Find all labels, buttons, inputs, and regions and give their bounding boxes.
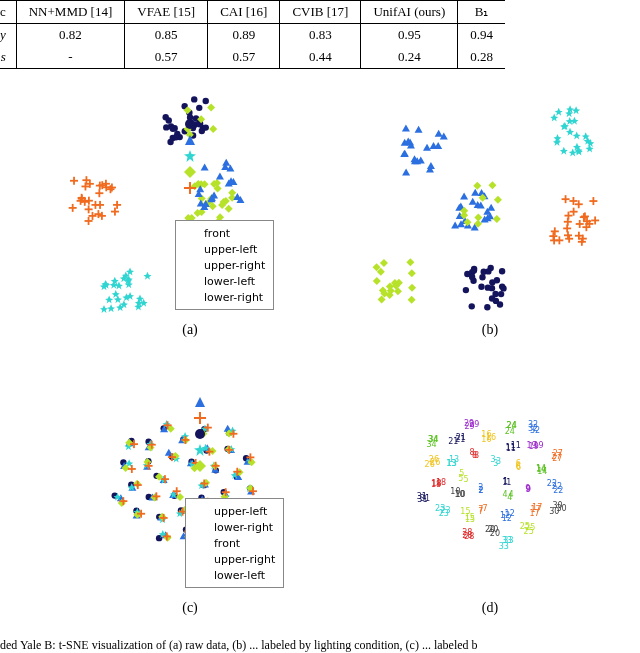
svg-rect-71 xyxy=(70,180,78,182)
svg-rect-377 xyxy=(222,491,230,493)
svg-rect-530 xyxy=(194,417,206,419)
svg-point-296 xyxy=(499,268,505,274)
svg-point-302 xyxy=(478,284,484,290)
svg-rect-43 xyxy=(81,186,89,188)
svg-rect-491 xyxy=(163,536,171,538)
svg-marker-161 xyxy=(423,144,431,151)
svg-marker-177 xyxy=(427,162,435,169)
scatter-panel-b: (b) xyxy=(355,90,625,320)
svg-text:34: 34 xyxy=(428,435,438,444)
svg-text:20: 20 xyxy=(488,525,498,534)
svg-rect-277 xyxy=(564,215,572,217)
svg-rect-53 xyxy=(106,188,114,190)
svg-point-281 xyxy=(469,303,475,309)
col-metric: ric xyxy=(0,1,16,24)
svg-text:7: 7 xyxy=(478,507,483,516)
scatter-panel-d: 1112223334445556667778889991010101111111… xyxy=(355,368,625,598)
svg-text:22: 22 xyxy=(547,479,557,488)
panel-label-a: (a) xyxy=(55,322,325,338)
svg-rect-261 xyxy=(583,220,591,222)
svg-point-12 xyxy=(167,139,173,145)
svg-text:1: 1 xyxy=(506,478,511,487)
svg-text:26: 26 xyxy=(430,458,440,467)
legend-item: lower-left xyxy=(204,275,255,288)
svg-marker-308 xyxy=(406,258,414,266)
svg-point-300 xyxy=(463,287,469,293)
svg-rect-235 xyxy=(551,230,559,232)
svg-marker-212 xyxy=(471,189,479,196)
svg-marker-198 xyxy=(555,108,563,116)
svg-marker-200 xyxy=(566,128,574,136)
legend-item: lower-right xyxy=(204,291,263,304)
svg-marker-149 xyxy=(105,296,113,304)
svg-text:24: 24 xyxy=(506,421,516,430)
legend-a: front upper-left upper-right lower-left … xyxy=(175,220,274,310)
svg-text:18: 18 xyxy=(432,479,442,488)
svg-marker-150 xyxy=(134,302,142,310)
svg-rect-413 xyxy=(160,517,168,519)
col-cai: CAI [16] xyxy=(208,1,280,24)
svg-marker-28 xyxy=(209,125,217,133)
svg-point-16 xyxy=(170,126,176,132)
results-table: ric NN+MMD [14] VFAE [15] CAI [16] CVIB … xyxy=(0,0,505,69)
svg-marker-213 xyxy=(469,198,477,205)
svg-rect-353 xyxy=(161,478,169,480)
svg-text:6: 6 xyxy=(516,462,521,471)
svg-rect-265 xyxy=(564,234,572,236)
col-vfae: VFAE [15] xyxy=(125,1,208,24)
legend-item: lower-left xyxy=(214,569,265,582)
svg-rect-79 xyxy=(96,204,104,206)
table-row: y 0.82 0.85 0.89 0.83 0.95 0.94 xyxy=(0,24,505,47)
svg-marker-155 xyxy=(185,135,195,145)
svg-rect-233 xyxy=(564,221,572,223)
col-b1: B₁ xyxy=(458,1,505,24)
svg-text:32: 32 xyxy=(528,420,538,429)
svg-point-27 xyxy=(173,134,179,140)
svg-text:13: 13 xyxy=(446,459,456,468)
panel-label-d: (d) xyxy=(355,600,625,616)
scatter-panel-c: upper-left lower-right front upper-right… xyxy=(55,368,325,598)
svg-rect-269 xyxy=(576,223,584,225)
svg-rect-73 xyxy=(85,220,93,222)
svg-marker-307 xyxy=(408,269,416,277)
panel-label-c: (c) xyxy=(55,600,325,616)
svg-rect-449 xyxy=(148,444,156,446)
svg-text:25: 25 xyxy=(520,522,530,531)
svg-rect-263 xyxy=(591,220,599,222)
svg-rect-239 xyxy=(579,238,587,240)
svg-marker-229 xyxy=(493,215,501,223)
svg-marker-533 xyxy=(194,460,206,472)
svg-rect-63 xyxy=(111,211,119,213)
figure-caption-fragment: ded Yale B: t-SNE visualization of (a) r… xyxy=(0,638,640,653)
svg-marker-164 xyxy=(435,130,443,137)
svg-marker-131 xyxy=(100,305,108,313)
svg-point-288 xyxy=(500,285,506,291)
svg-rect-241 xyxy=(589,200,597,202)
svg-point-305 xyxy=(485,268,491,274)
svg-text:9: 9 xyxy=(525,485,530,494)
legend-item: upper-right xyxy=(204,259,265,272)
legend-item: front xyxy=(214,537,240,550)
svg-marker-153 xyxy=(126,268,134,276)
svg-rect-279 xyxy=(578,241,586,243)
svg-text:5: 5 xyxy=(459,469,464,478)
svg-rect-83 xyxy=(108,187,116,189)
col-nnmmd: NN+MMD [14] xyxy=(16,1,125,24)
svg-rect-497 xyxy=(164,424,172,426)
svg-marker-314 xyxy=(380,259,388,267)
table-row: s - 0.57 0.57 0.44 0.24 0.28 xyxy=(0,46,505,69)
svg-rect-401 xyxy=(145,465,153,467)
svg-text:11: 11 xyxy=(511,441,521,450)
svg-rect-479 xyxy=(128,468,136,470)
svg-point-293 xyxy=(489,285,495,291)
col-unifai: UnifAI (ours) xyxy=(361,1,458,24)
svg-marker-169 xyxy=(415,126,423,133)
svg-text:33: 33 xyxy=(499,542,509,551)
svg-rect-271 xyxy=(562,198,570,200)
svg-rect-159 xyxy=(184,187,196,189)
svg-text:3: 3 xyxy=(493,459,498,468)
svg-rect-527 xyxy=(130,443,138,445)
svg-marker-106 xyxy=(225,205,233,213)
svg-marker-116 xyxy=(222,159,230,166)
svg-text:17: 17 xyxy=(529,509,539,518)
